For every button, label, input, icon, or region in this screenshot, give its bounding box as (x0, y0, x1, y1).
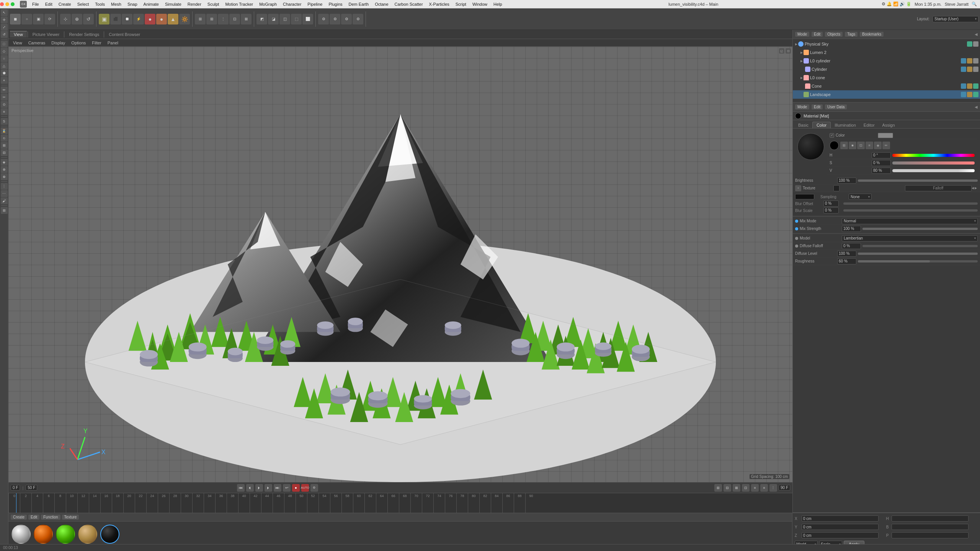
layout-dropdown[interactable]: Startup (User) ▾ (933, 16, 978, 22)
tool-d[interactable]: ⊡ (229, 14, 240, 24)
ruler-tick-10[interactable]: 10 (66, 493, 77, 513)
roughness-value[interactable]: 60 % (837, 258, 856, 264)
menu-mograph[interactable]: MoGraph (256, 1, 280, 7)
mix-strength-value[interactable]: 100 % (842, 226, 861, 232)
diffuse-level-slider[interactable] (858, 253, 978, 255)
btn-prev-frame[interactable]: ⏴ (246, 484, 254, 492)
mat-list-function[interactable]: Function (41, 515, 60, 520)
menu-window[interactable]: Window (469, 1, 490, 7)
obj-l0-cone[interactable]: ▶ L0 cone (793, 73, 980, 82)
sat-slider[interactable] (892, 161, 975, 165)
tool-8[interactable]: ✂ (1, 94, 8, 101)
mat-edit-btn[interactable]: Edit (812, 104, 823, 109)
blur-scale-value[interactable]: 0 % (823, 207, 839, 214)
ruler-tick-80[interactable]: 80 (468, 493, 479, 513)
ruler-tick-30[interactable]: 30 (181, 493, 192, 513)
ruler-tick-2[interactable]: 2 (20, 493, 31, 513)
timeline-ruler[interactable]: 0246810121416182022242628303234363840424… (8, 493, 792, 513)
obj-edit-btn[interactable]: Edit (812, 32, 823, 37)
menu-file[interactable]: File (29, 1, 42, 7)
tab-render-settings[interactable]: Render Settings (65, 31, 103, 37)
mat-tab-editor[interactable]: Editor (860, 122, 879, 128)
menu-motion-tracker[interactable]: Motion Tracker (222, 1, 256, 7)
menu-create[interactable]: Create (56, 1, 74, 7)
ruler-tick-18[interactable]: 18 (112, 493, 123, 513)
mat-tab-illumination[interactable]: Illumination (831, 122, 860, 128)
ruler-tick-86[interactable]: 86 (502, 493, 514, 513)
btn-loop[interactable]: ↩ (283, 484, 291, 492)
ruler-tick-58[interactable]: 58 (341, 493, 353, 513)
tool-move[interactable]: ✛ (1, 16, 8, 23)
tool-h[interactable]: ◫ (279, 14, 290, 24)
sampling-dropdown[interactable]: None ▾ (849, 194, 872, 200)
mat-list-create[interactable]: Create (11, 515, 27, 520)
prop-color-swatch[interactable] (878, 133, 893, 138)
btn-tl-6[interactable]: ≡ (760, 484, 768, 492)
menu-x-particles[interactable]: X-Particles (426, 1, 452, 7)
xform-2[interactable]: ⊕ (72, 14, 82, 24)
btn-tl-4[interactable]: ⊡ (742, 484, 750, 492)
tool-15[interactable]: ⊟ (1, 149, 8, 156)
coord-x-input[interactable] (802, 515, 879, 522)
tool-paint[interactable]: 🖌 (1, 197, 8, 204)
menu-animate[interactable]: Animate (140, 1, 162, 7)
coord-sx-input[interactable] (892, 515, 969, 522)
tool-5[interactable]: ⬟ (1, 70, 8, 77)
ruler-tick-84[interactable]: 84 (491, 493, 502, 513)
ruler-tick-16[interactable]: 16 (100, 493, 112, 513)
tool-k[interactable]: ⚙ (318, 14, 329, 24)
tool-4[interactable]: △ (1, 62, 8, 69)
blur-scale-slider[interactable] (843, 209, 978, 212)
tool-n[interactable]: ⚙ (353, 14, 363, 24)
ruler-tick-68[interactable]: 68 (399, 493, 410, 513)
ruler-tick-12[interactable]: 12 (77, 493, 89, 513)
ruler-tick-32[interactable]: 32 (192, 493, 204, 513)
mix-mode-dropdown[interactable]: Normal ▾ (842, 218, 978, 224)
ruler-tick-28[interactable]: 28 (169, 493, 181, 513)
tool-m[interactable]: ⚙ (341, 14, 352, 24)
mat-list-edit[interactable]: Edit (28, 515, 39, 520)
tool-select[interactable]: ↖ (1, 9, 8, 16)
tool-f[interactable]: ◩ (256, 14, 267, 24)
tool-14[interactable]: ⊞ (1, 142, 8, 149)
btn-record[interactable]: ● (292, 484, 300, 492)
tab-view[interactable]: View (10, 31, 27, 37)
viewport[interactable]: X Y Z Perspective ◱ ⊡ (8, 47, 792, 482)
ruler-tick-54[interactable]: 54 (318, 493, 330, 513)
ruler-tick-82[interactable]: 82 (479, 493, 491, 513)
ruler-tick-70[interactable]: 70 (410, 493, 422, 513)
render-3[interactable]: 🔲 (122, 14, 132, 24)
diffuse-level-value[interactable]: 100 % (837, 251, 856, 257)
render-1[interactable]: ▣ (99, 14, 109, 24)
menu-character[interactable]: Character (280, 1, 304, 7)
ruler-tick-6[interactable]: 6 (43, 493, 54, 513)
render-5[interactable]: ● (145, 14, 155, 24)
texture-toggle[interactable]: + (795, 185, 801, 191)
tool-a[interactable]: ⊞ (195, 14, 206, 24)
mat-tab-basic[interactable]: Basic (794, 122, 812, 128)
btn-tl-3[interactable]: ⊠ (733, 484, 740, 492)
tool-11[interactable]: S (1, 118, 8, 125)
mix-strength-slider[interactable] (862, 228, 978, 230)
obj-physical-sky[interactable]: ▶ Physical Sky (793, 40, 980, 48)
render-7[interactable]: ▲ (168, 14, 178, 24)
val-slider[interactable] (892, 169, 975, 172)
ruler-tick-66[interactable]: 66 (387, 493, 399, 513)
ruler-tick-74[interactable]: 74 (433, 493, 445, 513)
ruler-tick-72[interactable]: 72 (422, 493, 433, 513)
blur-offset-value[interactable]: 0 % (823, 201, 839, 207)
ruler-tick-90[interactable]: 90 (525, 493, 537, 513)
tool-18[interactable]: ⊕ (1, 173, 8, 180)
ruler-tick-36[interactable]: 36 (215, 493, 227, 513)
viewport-menu-panel[interactable]: Panel (105, 40, 121, 46)
menu-tools[interactable]: Tools (92, 1, 108, 7)
tool-7[interactable]: ✏ (1, 86, 8, 93)
tool-6[interactable]: ⌖ (1, 77, 8, 84)
mode-model[interactable]: ◼ (10, 14, 21, 24)
texture-expand-right[interactable]: ▶ (975, 186, 978, 190)
menu-octane[interactable]: Octane (372, 1, 391, 7)
minimize-button[interactable] (5, 2, 9, 6)
obj-l0-cylinder[interactable]: ▶ L0 cylinder (793, 57, 980, 65)
tool-e[interactable]: ⊠ (241, 14, 252, 24)
tool-20[interactable]: ⋯ (1, 190, 8, 197)
